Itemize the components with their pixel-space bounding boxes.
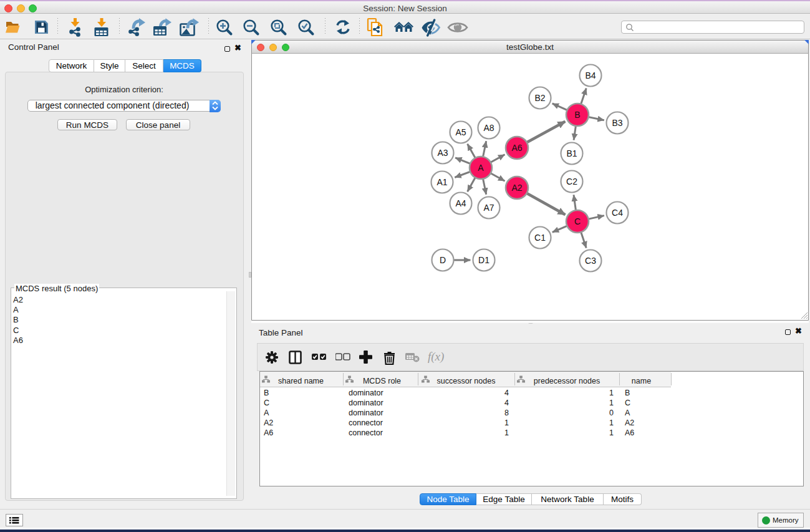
svg-text:A2: A2 — [511, 183, 522, 193]
svg-text:A3: A3 — [437, 148, 448, 158]
svg-text:A1: A1 — [436, 177, 447, 187]
svg-text:B: B — [574, 110, 580, 120]
svg-text:D: D — [440, 255, 446, 265]
svg-text:A6: A6 — [511, 143, 522, 153]
svg-text:A8: A8 — [483, 123, 494, 133]
svg-text:D1: D1 — [478, 255, 489, 265]
svg-text:A7: A7 — [483, 203, 494, 213]
svg-text:C2: C2 — [566, 177, 577, 186]
svg-text:A: A — [478, 163, 484, 173]
svg-text:C4: C4 — [612, 208, 623, 218]
svg-text:B2: B2 — [534, 93, 545, 103]
svg-text:C3: C3 — [585, 256, 596, 266]
svg-text:B1: B1 — [566, 148, 577, 158]
svg-text:B4: B4 — [585, 70, 595, 80]
svg-text:A4: A4 — [455, 198, 466, 208]
svg-text:C1: C1 — [534, 233, 546, 243]
svg-text:A5: A5 — [455, 127, 466, 137]
svg-text:B3: B3 — [612, 118, 622, 128]
svg-text:C: C — [574, 216, 581, 226]
